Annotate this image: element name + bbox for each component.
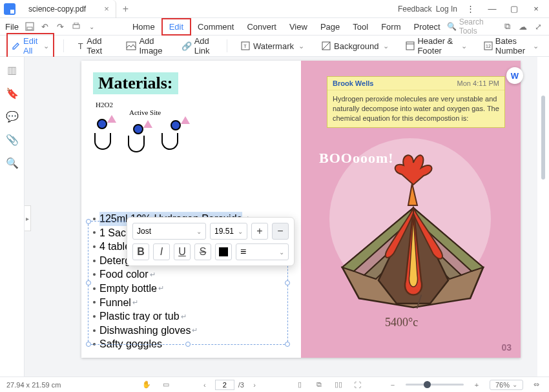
sticky-note[interactable]: Brook Wells Mon 4:11 PM Hydrogen peroxid…	[327, 76, 505, 128]
svg-rect-8	[406, 42, 414, 50]
tab-tool[interactable]: Tool	[346, 19, 375, 34]
chevron-down-icon: ⌄	[238, 228, 243, 235]
alignment-select[interactable]: ≡ ⌄	[236, 243, 289, 260]
zoom-in-button[interactable]: +	[470, 379, 483, 391]
bookmark-icon[interactable]: 🔖	[6, 87, 19, 99]
fullscreen-icon[interactable]: ⛶	[351, 379, 364, 391]
add-link-button[interactable]: 🔗 Add Link	[178, 34, 218, 57]
kebab-menu-icon[interactable]: ⋮	[461, 1, 479, 17]
canvas[interactable]: Materials: H2O2 Active Site	[25, 57, 537, 377]
page-number-input[interactable]	[215, 380, 234, 390]
document-tab[interactable]: science-copy.pdf ×	[19, 0, 116, 18]
zoom-level-select[interactable]: 76% ⌄	[490, 380, 523, 390]
tab-view[interactable]: View	[283, 19, 314, 34]
tab-page[interactable]: Page	[314, 19, 346, 34]
search-icon: 🔍	[447, 22, 457, 31]
font-size-increase-button[interactable]: +	[251, 223, 268, 240]
header-footer-label: Header & Footer	[417, 36, 456, 56]
tab-home[interactable]: Home	[126, 19, 161, 34]
word-export-badge[interactable]: W	[506, 67, 523, 84]
svg-text:12: 12	[486, 44, 491, 48]
hand-tool-icon[interactable]: ✋	[140, 379, 153, 391]
align-icon: ≡	[240, 246, 246, 258]
new-tab-button[interactable]: +	[116, 3, 135, 15]
add-image-button[interactable]: Add Image	[122, 34, 168, 57]
expand-icon[interactable]: ⤢	[532, 20, 544, 33]
tab-comment[interactable]: Comment	[191, 19, 240, 34]
print-icon[interactable]	[69, 20, 83, 33]
menu-bar: File ↶ ↷ ⌄ Home Edit Comment Convert Vie…	[0, 18, 549, 35]
share-icon[interactable]: ⧉	[501, 20, 513, 33]
watermark-button[interactable]: T Watermark	[236, 39, 308, 53]
chevron-down-icon: ⌄	[196, 228, 202, 235]
zoom-value: 76%	[495, 381, 510, 389]
tab-protect[interactable]: Protect	[407, 19, 446, 34]
font-family-select[interactable]: Jost ⌄	[132, 223, 206, 240]
right-scroll-rail	[537, 57, 549, 377]
edit-toolbar: Edit All T Add Text Add Image 🔗 Add Link…	[0, 35, 549, 57]
file-menu[interactable]: File	[5, 22, 19, 32]
background-icon	[321, 41, 331, 51]
search-panel-icon[interactable]: 🔍	[6, 156, 19, 169]
search-tools[interactable]: 🔍 Search Tools	[447, 17, 498, 36]
two-page-view-icon[interactable]: ▯▯	[332, 379, 345, 391]
redo-icon[interactable]: ↷	[54, 20, 68, 33]
bates-label: Bates Number	[495, 36, 528, 56]
zoom-out-button[interactable]: −	[386, 379, 399, 391]
left-rail: ▥ 🔖 💬 📎 🔍	[0, 57, 25, 377]
svg-rect-1	[27, 27, 32, 30]
left-collapse-handle[interactable]: ▸	[25, 205, 31, 231]
save-icon[interactable]	[23, 20, 37, 33]
prev-page-button[interactable]: ‹	[198, 379, 211, 391]
edit-all-label: Edit All	[23, 36, 39, 56]
attachment-icon[interactable]: 📎	[6, 133, 19, 146]
edit-all-button[interactable]: Edit All	[6, 33, 54, 59]
sticky-timestamp: Mon 4:11 PM	[457, 79, 499, 87]
font-color-button[interactable]	[215, 243, 232, 260]
feedback-link[interactable]: Feedback	[398, 5, 432, 14]
background-label: Background	[334, 41, 378, 51]
background-button[interactable]: Background	[317, 39, 393, 53]
bold-button[interactable]: B	[132, 243, 149, 260]
add-text-label: Add Text	[87, 36, 109, 56]
cloud-icon[interactable]: ☁	[517, 20, 528, 33]
italic-button[interactable]: I	[153, 243, 170, 260]
page-number-label: 03	[501, 342, 512, 353]
font-size-decrease-button[interactable]: −	[272, 223, 289, 240]
undo-icon[interactable]: ↶	[38, 20, 52, 33]
underline-button[interactable]: U	[174, 243, 191, 260]
qa-chevron-icon[interactable]: ⌄	[85, 20, 99, 33]
add-link-label: Add Link	[194, 36, 214, 56]
strikethrough-button[interactable]: S	[194, 243, 211, 260]
doodle-illustration: H2O2 Active Site	[93, 101, 289, 152]
font-size-select[interactable]: 19.51 ⌄	[210, 223, 247, 240]
page-navigator: ‹ /3 ›	[198, 379, 261, 391]
add-image-icon	[126, 41, 136, 51]
next-page-button[interactable]: ›	[248, 379, 261, 391]
title-bar: science-copy.pdf × + Feedback Log In ⋮ —…	[0, 0, 549, 18]
single-page-view-icon[interactable]: ▯	[293, 379, 306, 391]
add-text-button[interactable]: T Add Text	[73, 34, 113, 57]
continuous-view-icon[interactable]: ⧉	[313, 379, 326, 391]
scroll-thumb[interactable]	[541, 96, 545, 180]
close-window-button[interactable]: ×	[527, 1, 545, 17]
select-tool-icon[interactable]: ▭	[160, 379, 172, 391]
tab-convert[interactable]: Convert	[240, 19, 283, 34]
page-total: /3	[238, 381, 244, 389]
app-logo	[0, 0, 19, 18]
maximize-button[interactable]: ▢	[505, 1, 523, 17]
tab-edit[interactable]: Edit	[161, 18, 191, 36]
sticky-author: Brook Wells	[333, 79, 373, 87]
watermark-icon: T	[240, 41, 251, 51]
sticky-body: Hydrogen peroxide molecules are very uns…	[327, 90, 504, 127]
minimize-button[interactable]: —	[483, 1, 501, 17]
close-tab-icon[interactable]: ×	[104, 4, 109, 14]
zoom-slider[interactable]	[406, 384, 464, 386]
bates-button[interactable]: 12 Bates Number	[480, 34, 543, 57]
tab-form[interactable]: Form	[375, 19, 407, 34]
login-link[interactable]: Log In	[436, 5, 457, 14]
header-footer-button[interactable]: Header & Footer	[402, 34, 470, 57]
fit-width-icon[interactable]: ⇔	[530, 379, 543, 391]
comment-panel-icon[interactable]: 💬	[6, 110, 19, 123]
thumbnails-icon[interactable]: ▥	[6, 63, 19, 76]
